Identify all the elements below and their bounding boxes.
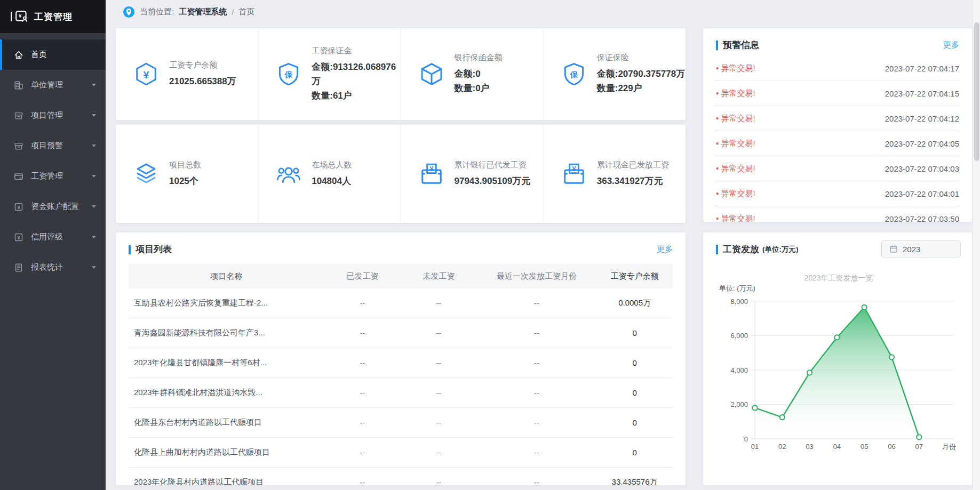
project-name: 2023年群科镇滩北村溢洪道沟水毁... — [129, 388, 324, 398]
fund-account-icon: ¥ — [14, 202, 23, 212]
svg-text:04: 04 — [833, 443, 841, 451]
logo-divider — [11, 12, 12, 21]
table-row[interactable]: 化隆县上曲加村村内道路以工代赈项目------0 — [129, 438, 673, 468]
sidebar-item-fund-account[interactable]: ¥资金账户配置 — [0, 191, 106, 222]
table-row[interactable]: 2023年群科镇滩北村溢洪道沟水毁...------0 — [129, 378, 673, 408]
salary-card-logo-icon: ¥ — [15, 10, 29, 23]
sidebar-item-label: 单位管理 — [31, 80, 92, 90]
project-name: 2023年化隆县甘都镇隆康一村等6村... — [129, 358, 324, 368]
wallet-yuan-icon: ¥ — [419, 162, 444, 186]
project-more-link[interactable]: 更多 — [657, 244, 673, 254]
warning-list-item[interactable]: • 异常交易!2023-07-22 07:03:50 — [716, 206, 959, 222]
location-pin-icon — [123, 6, 135, 18]
project-icon — [14, 111, 23, 121]
last-pay-month: -- — [477, 358, 596, 367]
project-name: 青海鑫园新能源科技有限公司年产3... — [129, 328, 324, 338]
paid-salary: -- — [324, 478, 401, 485]
table-row[interactable]: 化隆县东台村村内道路以工代赈项目------0 — [129, 408, 673, 438]
page-scrollbar[interactable] — [973, 0, 980, 490]
sidebar-item-salary[interactable]: 工资管理 — [0, 161, 106, 191]
warning-text: • 异常交易! — [716, 114, 755, 124]
sidebar-item-label: 资金账户配置 — [31, 202, 92, 212]
sidebar-item-home[interactable]: 首页 — [0, 39, 106, 70]
account-balance: 33.435576万 — [596, 477, 673, 485]
chevron-down-icon — [92, 114, 96, 117]
svg-text:2023年工资发放一览: 2023年工资发放一览 — [804, 274, 873, 282]
warning-list-item[interactable]: • 异常交易!2023-07-22 07:04:01 — [716, 181, 959, 206]
unpaid-salary: -- — [401, 478, 477, 485]
warning-text: • 异常交易! — [716, 214, 755, 222]
svg-text:4,000: 4,000 — [730, 366, 748, 374]
project-table: 项目名称已发工资未发工资最近一次发放工资月份工资专户余额 互助县农村公路灾后恢复… — [129, 264, 673, 485]
column-header: 项目名称 — [129, 271, 324, 282]
svg-text:月份: 月份 — [942, 443, 956, 451]
shield-bao-icon: 保 — [276, 62, 301, 86]
breadcrumb-prefix: 当前位置: — [140, 7, 174, 17]
stat-card-title: 银行保函金额 — [455, 53, 503, 63]
unpaid-salary: -- — [401, 448, 477, 457]
chevron-down-icon — [92, 84, 96, 86]
svg-text:¥: ¥ — [17, 234, 20, 240]
stat-card-value: 97943.905109万元 — [455, 174, 531, 188]
sidebar-item-project[interactable]: 项目管理 — [0, 100, 106, 131]
stat-card-value: 363.341927万元 — [597, 174, 669, 188]
warning-list-item[interactable]: • 异常交易!2023-07-22 07:04:17 — [716, 56, 959, 81]
stat-card-value: 1025个 — [169, 174, 201, 188]
warning-list-item[interactable]: • 异常交易!2023-07-22 07:04:03 — [716, 156, 959, 181]
paid-salary: -- — [324, 358, 401, 367]
sidebar-item-label: 工资管理 — [31, 171, 92, 181]
sidebar-item-project-warn[interactable]: 项目预警 — [0, 131, 106, 161]
warning-timestamp: 2023-07-22 07:04:05 — [885, 139, 959, 148]
calendar-icon — [889, 245, 898, 253]
table-row[interactable]: 互助县农村公路灾后恢复重建工程-2...------0.0005万 — [129, 288, 673, 318]
sidebar-item-unit[interactable]: 单位管理 — [0, 70, 106, 100]
warning-list-item[interactable]: • 异常交易!2023-07-22 07:04:15 — [716, 81, 959, 106]
stat-card-title: 累计现金已发放工资 — [597, 160, 669, 170]
yuan-hexagon-icon: ¥ — [134, 62, 158, 86]
warning-list-item[interactable]: • 异常交易!2023-07-22 07:04:12 — [716, 106, 959, 131]
stat-card-title: 在场总人数 — [312, 160, 352, 170]
warning-timestamp: 2023-07-22 07:04:12 — [885, 114, 959, 123]
scrollbar-thumb[interactable] — [974, 22, 979, 161]
unpaid-salary: -- — [401, 299, 477, 308]
project-name: 互助县农村公路灾后恢复重建工程-2... — [129, 298, 324, 308]
stat-card: 保保证保险金额:20790.375778万数量:229户 — [544, 28, 686, 120]
sidebar-item-credit[interactable]: ¥信用评级 — [0, 222, 106, 252]
last-pay-month: -- — [477, 418, 596, 427]
chevron-down-icon — [92, 205, 96, 208]
salary-chart-panel: 工资发放 (单位:万元) 2023 2023年工资发放一览单位: (万元)8,0… — [703, 232, 972, 485]
year-select[interactable]: 2023 — [881, 240, 961, 258]
people-icon — [276, 162, 301, 186]
salary-icon — [14, 172, 23, 181]
wallet-yuan-icon: ¥ — [562, 162, 586, 186]
stat-cards-panel-1: ¥工资专户余额21025.665388万保工资保证金金额:913126.0689… — [116, 28, 686, 120]
stat-card-value: 104804人 — [312, 174, 352, 188]
warning-text: • 异常交易! — [716, 139, 755, 149]
table-row[interactable]: 2023年化隆县村内道路以工代赈项目------33.435576万 — [129, 468, 673, 485]
svg-text:¥: ¥ — [144, 69, 149, 81]
stat-card-value: 金额:0 — [455, 67, 503, 81]
project-name: 化隆县东台村村内道路以工代赈项目 — [129, 417, 324, 428]
svg-text:03: 03 — [806, 443, 813, 451]
svg-text:保: 保 — [284, 70, 293, 79]
stat-card: 银行保函金额金额:0数量:0户 — [401, 28, 544, 120]
warning-text: • 异常交易! — [716, 164, 755, 174]
salary-line-chart: 2023年工资发放一览单位: (万元)8,0006,0004,0002,0000… — [703, 232, 972, 485]
warning-text: • 异常交易! — [716, 189, 755, 199]
breadcrumb-root[interactable]: 工资管理系统 — [179, 7, 227, 17]
account-balance: 0.0005万 — [596, 298, 673, 308]
warning-panel: 预警信息 更多 • 异常交易!2023-07-22 07:04:17• 异常交易… — [703, 28, 972, 222]
report-icon — [14, 263, 23, 272]
unpaid-salary: -- — [401, 328, 477, 338]
column-header: 未发工资 — [401, 271, 477, 282]
table-row[interactable]: 2023年化隆县甘都镇隆康一村等6村...------0 — [129, 348, 673, 378]
table-row[interactable]: 青海鑫园新能源科技有限公司年产3...------0 — [129, 318, 673, 348]
sidebar-item-report[interactable]: 报表统计 — [0, 252, 106, 283]
stat-card: 项目总数1025个 — [116, 125, 258, 223]
paid-salary: -- — [324, 328, 401, 338]
warning-list-item[interactable]: • 异常交易!2023-07-22 07:04:05 — [716, 131, 959, 156]
svg-text:0: 0 — [744, 435, 748, 443]
stat-card-title: 项目总数 — [169, 160, 201, 170]
layers-icon — [134, 162, 158, 186]
warning-more-link[interactable]: 更多 — [943, 40, 959, 50]
